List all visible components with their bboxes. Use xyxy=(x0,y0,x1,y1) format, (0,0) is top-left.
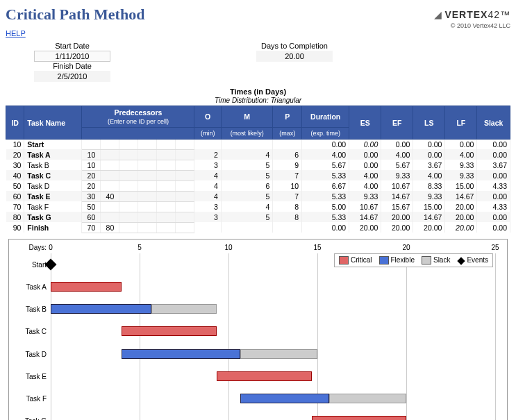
chart-row-label: Task C xyxy=(15,328,47,335)
col-o-sub: (min) xyxy=(194,128,222,140)
chart-row-label: Task B xyxy=(15,305,47,313)
table-row[interactable]: 40Task C204575.334.009.334.009.330.00 xyxy=(6,170,510,180)
col-ls: LS xyxy=(413,106,445,140)
col-id: ID xyxy=(6,106,24,140)
time-dist-label: Time Distribution: xyxy=(215,96,269,104)
col-slack: Slack xyxy=(477,106,510,140)
gantt-chart: Days: 0510152025 StartTask ATask BTask C… xyxy=(8,239,508,421)
col-p: P xyxy=(273,106,302,128)
chart-row-label: Task D xyxy=(15,350,47,358)
finish-date-label: Finish Date xyxy=(53,62,92,70)
table-row[interactable]: 70Task F503485.0010.6715.6715.0020.004.3… xyxy=(6,201,510,212)
table-row[interactable]: 20Task A102464.000.004.000.004.000.00 xyxy=(6,149,510,160)
gantt-bar-slack xyxy=(240,349,317,359)
start-date-label: Start Date xyxy=(55,42,90,50)
gantt-bar-critical xyxy=(312,416,406,420)
chart-row-label: Start xyxy=(15,260,47,268)
col-m-sub: (most likely) xyxy=(221,128,272,140)
gantt-bar-flexible xyxy=(51,304,151,314)
col-m: M xyxy=(221,106,272,128)
gantt-bar-slack xyxy=(151,304,217,314)
chart-row-label: Task A xyxy=(15,283,47,290)
table-row[interactable]: 50Task D2046106.674.0010.678.3315.004.33 xyxy=(6,180,510,191)
col-lf: LF xyxy=(445,106,477,140)
finish-date-value: 2/5/2010 xyxy=(34,71,110,82)
logo: ◢ VERTEX42™ xyxy=(434,9,510,20)
help-link[interactable]: HELP xyxy=(6,29,26,37)
col-p-sub: (max) xyxy=(273,128,302,140)
col-pred: Predecessors(Enter one ID per cell) xyxy=(82,106,194,128)
start-date-input[interactable]: 1/11/2010 xyxy=(34,51,110,62)
col-es: ES xyxy=(349,106,381,140)
col-dur-sub: (exp. time) xyxy=(302,128,349,140)
gantt-bar-critical xyxy=(217,371,312,381)
gantt-bar-flexible xyxy=(240,394,329,403)
table-row[interactable]: 30Task B103595.670.005.673.679.333.67 xyxy=(6,160,510,170)
col-dur: Duration xyxy=(302,106,349,128)
chart-row-label: Task E xyxy=(15,372,47,380)
days-completion-value: 20.00 xyxy=(256,51,333,62)
gantt-bar-slack xyxy=(329,394,406,403)
table-row[interactable]: 80Task G603585.3314.6720.0014.6720.000.0… xyxy=(6,212,510,222)
page-title: Critical Path Method xyxy=(6,6,144,24)
col-ef: EF xyxy=(381,106,413,140)
table-row[interactable]: 10Start0.000.000.000.000.000.00 xyxy=(6,140,510,150)
table-row[interactable]: 60Task E30404575.339.3314.679.3314.670.0… xyxy=(6,191,510,201)
days-completion-label: Days to Completion xyxy=(261,42,328,50)
gantt-bar-critical xyxy=(51,282,122,292)
event-diamond-icon xyxy=(45,258,57,270)
chart-row-label: Task G xyxy=(15,417,47,420)
logo-icon: ◢ xyxy=(434,9,442,20)
cpm-table[interactable]: ID Task Name Predecessors(Enter one ID p… xyxy=(6,106,510,233)
legend: Critical Flexible Slack Events xyxy=(334,253,493,267)
logo-text: VERTEX42™ xyxy=(444,9,510,20)
chart-row-label: Task F xyxy=(15,394,47,402)
gantt-bar-critical xyxy=(122,326,216,336)
time-dist-value: Triangular xyxy=(271,96,301,104)
col-o: O xyxy=(194,106,222,128)
col-task: Task Name xyxy=(24,106,82,140)
axis-days-label: Days: xyxy=(15,244,47,251)
table-row[interactable]: 90Finish70800.0020.0020.0020.0020.000.00 xyxy=(6,222,510,233)
gantt-bar-flexible xyxy=(122,349,240,359)
times-title: Times (in Days) xyxy=(230,87,286,96)
